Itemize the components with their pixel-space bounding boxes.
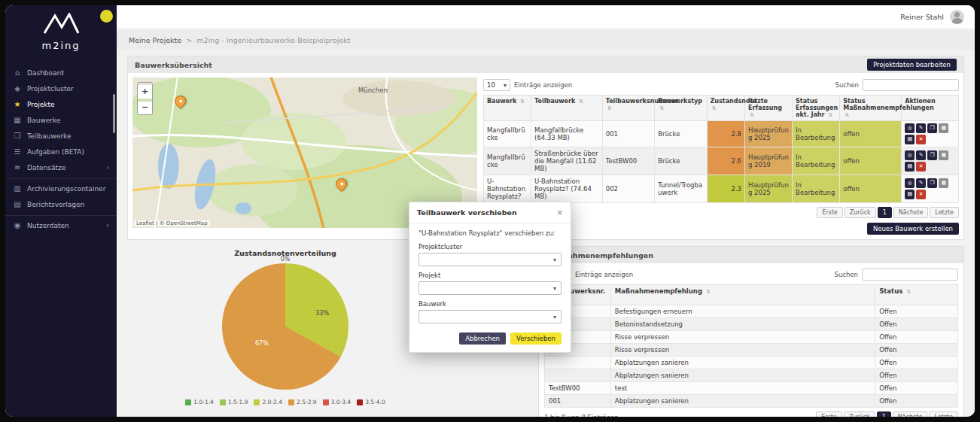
chevron-right-icon: › bbox=[106, 221, 109, 229]
cell-bauwerk[interactable]: U-Bahnstation Roysplatz? bbox=[484, 175, 531, 203]
legend-swatch bbox=[323, 399, 329, 405]
sidebar-item-label: Berichtsvorlagen bbox=[27, 201, 84, 208]
sidebar-item-projekte[interactable]: ★ Projekte bbox=[5, 96, 117, 112]
view-button[interactable]: ◎ bbox=[905, 123, 915, 133]
edit-button[interactable]: ✎ bbox=[916, 178, 926, 188]
copy-button[interactable]: ❐ bbox=[927, 150, 937, 160]
breadcrumb-current: m2ing - Ingenieurbauwerke Beispielprojek… bbox=[196, 36, 350, 44]
verschieben-button[interactable]: Verschieben bbox=[510, 332, 562, 345]
map-attribution[interactable]: Leaflet | © OpenStreetMap bbox=[134, 220, 210, 226]
col-teilbauwerk[interactable]: Teilbauwerk ⇅ bbox=[531, 96, 603, 121]
edit-button[interactable]: ✎ bbox=[916, 123, 926, 133]
delete-button[interactable]: ✕ bbox=[916, 135, 926, 144]
view-button[interactable]: ◎ bbox=[905, 178, 915, 188]
abbrechen-button[interactable]: Abbrechen bbox=[459, 332, 506, 345]
zoom-out-button[interactable]: − bbox=[138, 101, 152, 114]
neues-bauwerk-button[interactable]: Neues Bauwerk erstellen bbox=[867, 223, 959, 235]
cell-letzte-erfassung: Hauptprüfung 2019 bbox=[745, 147, 793, 175]
cell-teilbauwerk[interactable]: Mangfallbrücke (64.33 MB) bbox=[531, 121, 603, 147]
sidebar-item-nutzerdaten[interactable]: ◉ Nutzerdaten › bbox=[5, 215, 117, 233]
copy-button[interactable]: ❐ bbox=[927, 123, 937, 133]
pie-label-67: 67% bbox=[255, 340, 269, 347]
pagination-page-1[interactable]: 1 bbox=[878, 207, 892, 218]
chevron-right-icon: › bbox=[106, 163, 109, 172]
sort-icon: ⇅ bbox=[712, 105, 717, 111]
col-teilbauwerksnummer[interactable]: Teilbauwerksnummer ⇅ bbox=[602, 96, 654, 121]
search-label: Suchen bbox=[835, 271, 858, 278]
report-button[interactable]: ▤ bbox=[905, 135, 915, 144]
report-button[interactable]: ▤ bbox=[905, 190, 915, 199]
more-button[interactable]: ▦ bbox=[939, 178, 948, 188]
sidebar-item-teilbauwerke[interactable]: ❐ Teilbauwerke bbox=[5, 128, 117, 144]
close-icon[interactable]: × bbox=[557, 209, 563, 217]
sidebar-item-label: Teilbauwerke bbox=[27, 132, 71, 140]
pagination-page-1[interactable]: 1 bbox=[877, 411, 891, 417]
cell-typ: Brücke bbox=[655, 121, 707, 147]
sidebar-item-archivierungscontainer[interactable]: ▥ Archivierungscontainer bbox=[5, 178, 117, 196]
report-button[interactable]: ▤ bbox=[905, 162, 915, 172]
report-icon: ▤ bbox=[13, 200, 22, 208]
sidebar-item-dashboard[interactable]: ⌂ Dashboard bbox=[5, 65, 117, 80]
dashboard-icon: ⌂ bbox=[13, 68, 22, 77]
pagination-first[interactable]: Erste bbox=[816, 411, 842, 417]
pagination-last[interactable]: Letzte bbox=[930, 207, 959, 218]
breadcrumb-root[interactable]: Meine Projekte bbox=[129, 36, 181, 44]
col-status-massnahmen[interactable]: Status Maßnahmenempfehlungen ⇅ bbox=[840, 96, 902, 121]
pagination-prev[interactable]: Zurück bbox=[844, 411, 875, 417]
sidebar-item-bauwerke[interactable]: ▦ Bauwerke bbox=[5, 112, 117, 128]
zoom-in-button[interactable]: + bbox=[138, 85, 152, 99]
sort-icon: ⇅ bbox=[906, 289, 911, 295]
sort-icon: ⇅ bbox=[706, 289, 711, 295]
bauwerk-select[interactable]: ▾ bbox=[418, 310, 562, 323]
col-massnahmenempfehlung[interactable]: Maßnahmenempfehlung ⇅ bbox=[610, 285, 875, 305]
edit-button[interactable]: ✎ bbox=[916, 150, 926, 160]
sidebar-scrollbar[interactable] bbox=[113, 94, 115, 133]
col-zustandsnote[interactable]: Zustandsnote ⇅ bbox=[707, 96, 744, 121]
projektcluster-select[interactable]: ▾ bbox=[418, 253, 562, 266]
pagination-prev[interactable]: Zurück bbox=[845, 207, 876, 218]
more-button[interactable]: ▦ bbox=[939, 150, 948, 160]
page-size-select[interactable]: 10 ▾ bbox=[483, 79, 510, 91]
delete-button[interactable]: ✕ bbox=[916, 190, 926, 199]
sidebar-item-projektcluster[interactable]: ◈ Projektcluster bbox=[5, 80, 117, 96]
col-status-erfassungen[interactable]: Status Erfassungen akt. Jahr ⇅ bbox=[793, 96, 840, 121]
copy-button[interactable]: ❐ bbox=[927, 178, 937, 188]
search-input[interactable] bbox=[863, 79, 959, 91]
cell-bauwerk[interactable]: Mangfallbrücke bbox=[484, 147, 531, 175]
cell-zustandsnote: 2.6 bbox=[707, 147, 744, 175]
logo: m2ing bbox=[5, 5, 117, 54]
pagination-last[interactable]: Letzte bbox=[929, 411, 958, 417]
page-size-value: 10 bbox=[487, 81, 495, 89]
notification-badge[interactable] bbox=[100, 10, 113, 23]
projektcluster-label: Projektcluster bbox=[418, 243, 562, 250]
pagination-next[interactable]: Nächste bbox=[893, 411, 928, 417]
cell-teilbauwerk[interactable]: U-Bahnstation Roysplatz? (74.64 MB) bbox=[531, 175, 603, 203]
sidebar-item-aufgaben[interactable]: ☰ Aufgaben (BETA) bbox=[5, 144, 117, 159]
col-bauwerk[interactable]: Bauwerk ⇅ bbox=[484, 96, 531, 121]
cell-empfehlung: Risse verpressen bbox=[610, 331, 875, 344]
pagination-first[interactable]: Erste bbox=[817, 207, 843, 218]
col-status[interactable]: Status ⇅ bbox=[875, 285, 958, 305]
user-avatar[interactable] bbox=[950, 10, 964, 24]
sidebar-item-berichtsvorlagen[interactable]: ▤ Berichtsvorlagen bbox=[5, 196, 117, 212]
table-row: Mangfallbrücke Mangfallbrücke (64.33 MB)… bbox=[484, 121, 959, 147]
column-label: Aktionen bbox=[905, 98, 935, 105]
cluster-icon: ◈ bbox=[13, 84, 22, 93]
legend-swatch bbox=[288, 399, 294, 405]
cell-aktionen: ◎ ✎ ❐ ▦ ▤ ✕ bbox=[902, 175, 959, 203]
cell-bauwerk[interactable]: Mangfallbrücke bbox=[484, 121, 531, 147]
app-root: m2ing ⌂ Dashboard ◈ Projektcluster ★ Pro… bbox=[5, 5, 975, 417]
view-button[interactable]: ◎ bbox=[905, 150, 915, 160]
search-input[interactable] bbox=[862, 269, 958, 281]
cell-status-massnahmen: offen bbox=[840, 121, 902, 147]
more-button[interactable]: ▦ bbox=[939, 123, 948, 133]
col-letzte-erfassung[interactable]: letzte Erfassung ⇅ bbox=[745, 96, 793, 121]
sidebar-item-datensaetze[interactable]: ≡ Datensätze › bbox=[5, 159, 117, 175]
col-bauwerkstyp[interactable]: Bauwerkstyp ⇅ bbox=[655, 96, 707, 121]
pagination-next[interactable]: Nächste bbox=[893, 207, 929, 218]
cell-teilbauwerk[interactable]: Straßenbrücke über die Mangfall (11.62 M… bbox=[531, 147, 603, 175]
projekt-select[interactable]: ▾ bbox=[418, 281, 562, 295]
projektdaten-bearbeiten-button[interactable]: Projektdaten bearbeiten bbox=[867, 59, 957, 71]
legend-label: 2.0-2.4 bbox=[262, 399, 282, 405]
delete-button[interactable]: ✕ bbox=[916, 162, 926, 172]
